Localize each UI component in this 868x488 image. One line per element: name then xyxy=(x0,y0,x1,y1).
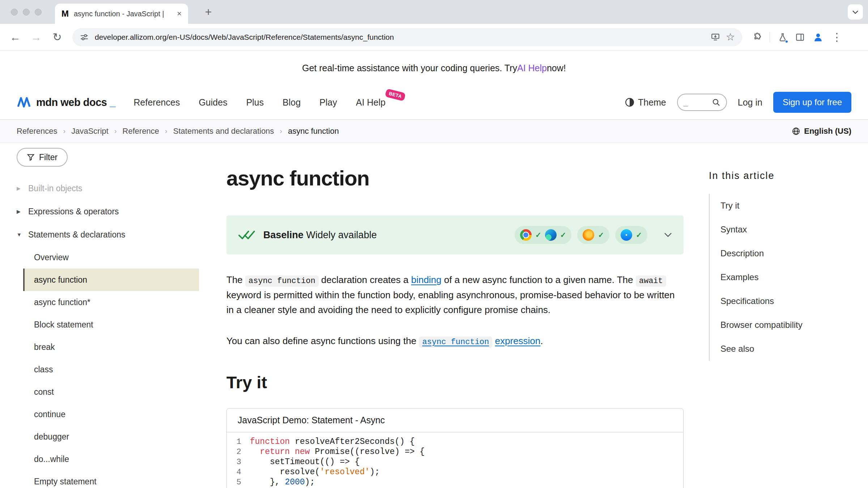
window-controls xyxy=(11,9,42,16)
breadcrumb-item-references[interactable]: References xyxy=(17,127,58,136)
code-token: resolveAfter2Seconds() { xyxy=(290,437,414,446)
sidebar-item-async-function[interactable]: async function xyxy=(23,269,199,291)
minimize-window-button[interactable] xyxy=(23,9,30,16)
login-link[interactable]: Log in xyxy=(738,97,762,108)
extensions-icon[interactable] xyxy=(752,32,762,42)
breadcrumb-item-statements-and-declarations[interactable]: Statements and declarations xyxy=(173,127,274,136)
main-nav: ReferencesGuidesPlusBlogPlayAI HelpBETA xyxy=(134,97,386,108)
code-token: Promise((resolve) => { xyxy=(310,447,425,457)
search-input[interactable]: _ xyxy=(677,94,727,111)
toc-list: Try itSyntaxDescriptionExamplesSpecifica… xyxy=(709,194,839,361)
sidebar-section-built-in-objects[interactable]: ▶Built-in objects xyxy=(17,177,199,200)
labs-badge-dot xyxy=(785,40,788,43)
sidebar-item-async-function[interactable]: async function* xyxy=(23,291,199,313)
breadcrumb-item-async-function[interactable]: async function xyxy=(288,127,339,136)
tab-title: async function - JavaScript | xyxy=(74,10,172,18)
language-switcher[interactable]: English (US) xyxy=(792,127,851,136)
promo-ai-help-link[interactable]: AI Help xyxy=(517,63,547,73)
code-token: resolve( xyxy=(250,467,320,477)
signup-button[interactable]: Sign up for free xyxy=(773,92,851,113)
nav-item-blog[interactable]: Blog xyxy=(282,97,301,108)
logo-underscore: _ xyxy=(110,97,115,108)
sidebar-item-block-statement[interactable]: Block statement xyxy=(23,313,199,336)
text-link-binding[interactable]: binding xyxy=(411,274,442,285)
theme-toggle[interactable]: Theme xyxy=(625,97,666,108)
forward-button[interactable]: → xyxy=(27,29,45,46)
filter-button[interactable]: Filter xyxy=(17,148,68,167)
text: You can also define async functions usin… xyxy=(226,335,419,346)
browser-tab[interactable]: M async function - JavaScript | × xyxy=(55,4,188,24)
code-token: ); xyxy=(305,478,315,487)
labs-button[interactable] xyxy=(778,33,787,42)
sidebar-item-debugger[interactable]: debugger xyxy=(23,425,199,448)
new-tab-button[interactable]: + xyxy=(201,5,216,19)
sidebar-section-statements-declarations[interactable]: ▼Statements & declarations xyxy=(17,223,199,246)
code-token: 'resolved' xyxy=(320,467,370,477)
toc-link-see-also[interactable]: See also xyxy=(720,344,754,354)
inline-code: async function xyxy=(419,337,492,348)
filter-label: Filter xyxy=(39,153,58,162)
sidebar-item-empty-statement[interactable]: Empty statement xyxy=(23,470,199,488)
text-link-expression[interactable]: expression xyxy=(495,335,540,346)
breadcrumb-item-reference[interactable]: Reference xyxy=(123,127,159,136)
theme-contrast-icon xyxy=(625,98,634,107)
side-panel-icon[interactable] xyxy=(795,33,805,42)
install-icon[interactable] xyxy=(711,33,720,42)
close-window-button[interactable] xyxy=(11,9,18,16)
inline-code: await xyxy=(636,275,666,287)
toc-link-examples[interactable]: Examples xyxy=(720,272,758,282)
mdn-logo[interactable]: mdn web docs _ xyxy=(17,97,116,108)
back-button[interactable]: ← xyxy=(7,29,24,46)
code-line: 1function resolveAfter2Seconds() { xyxy=(227,437,683,447)
sidebar-item-overview[interactable]: Overview xyxy=(23,246,199,269)
breadcrumb-item-javascript[interactable]: JavaScript xyxy=(71,127,109,136)
toc-link-description[interactable]: Description xyxy=(720,248,764,258)
sidebar-section-expressions-operators[interactable]: ▶Expressions & operators xyxy=(17,200,199,223)
maximize-window-button[interactable] xyxy=(35,9,42,16)
breadcrumb-bar: References›JavaScript›Reference›Statemen… xyxy=(0,120,868,143)
sidebar-item-continue[interactable]: continue xyxy=(23,403,199,425)
breadcrumb-separator-icon: › xyxy=(280,127,282,135)
article-paragraph: You can also define async functions usin… xyxy=(226,334,684,349)
baseline-expand-button[interactable] xyxy=(664,232,672,237)
nav-item-plus[interactable]: Plus xyxy=(246,97,264,108)
nav-item-references[interactable]: References xyxy=(134,97,180,108)
code-link-async-function[interactable]: async function xyxy=(419,335,492,346)
browser-menu-icon[interactable]: ⋮ xyxy=(831,31,842,43)
close-tab-icon[interactable]: × xyxy=(177,9,182,18)
code-editor[interactable]: 1function resolveAfter2Seconds() {2 retu… xyxy=(227,432,683,488)
check-icon: ✓ xyxy=(560,231,566,239)
sidebar-item-const[interactable]: const xyxy=(23,381,199,403)
code-line: 2 return new Promise((resolve) => { xyxy=(227,447,683,457)
toc-link-specifications[interactable]: Specifications xyxy=(720,296,774,306)
firefox-icon xyxy=(583,229,594,241)
sidebar-item-do-while[interactable]: do...while xyxy=(23,448,199,470)
toc-link-syntax[interactable]: Syntax xyxy=(720,224,747,234)
nav-item-play[interactable]: Play xyxy=(319,97,337,108)
text: keyword is permitted within the function… xyxy=(226,290,675,316)
nav-item-ai-help[interactable]: AI HelpBETA xyxy=(356,97,386,108)
profile-avatar-icon[interactable] xyxy=(813,32,824,43)
promo-text-before: Get real-time assistance with your codin… xyxy=(302,63,517,73)
sidebar-item-class[interactable]: class xyxy=(23,358,199,381)
toc-link-browser-compatibility[interactable]: Browser compatibility xyxy=(720,320,803,330)
edge-icon xyxy=(545,229,557,241)
url-text[interactable]: developer.allizom.org/en-US/docs/Web/Jav… xyxy=(95,33,705,42)
nav-item-guides[interactable]: Guides xyxy=(199,97,227,108)
code-token: function xyxy=(250,437,290,446)
toc-link-try-it[interactable]: Try it xyxy=(720,201,739,210)
baseline-banner: Baseline Widely available ✓✓✓✓ xyxy=(226,215,684,254)
site-settings-icon[interactable] xyxy=(80,33,89,42)
tab-search-button[interactable] xyxy=(848,4,863,20)
url-bar[interactable]: developer.allizom.org/en-US/docs/Web/Jav… xyxy=(72,28,742,46)
browser-support-group: ✓ xyxy=(577,226,609,244)
browser-support-group: ✓✓ xyxy=(515,226,572,244)
text: . xyxy=(540,335,543,346)
toc-title: In this article xyxy=(709,170,839,181)
sidebar-item-break[interactable]: break xyxy=(23,336,199,358)
line-number: 5 xyxy=(227,478,250,487)
code-line: 4 resolve('resolved'); xyxy=(227,467,683,477)
reload-button[interactable]: ↻ xyxy=(48,29,66,46)
bookmark-star-icon[interactable]: ☆ xyxy=(726,32,735,42)
baseline-text: Baseline Widely available xyxy=(263,230,377,241)
